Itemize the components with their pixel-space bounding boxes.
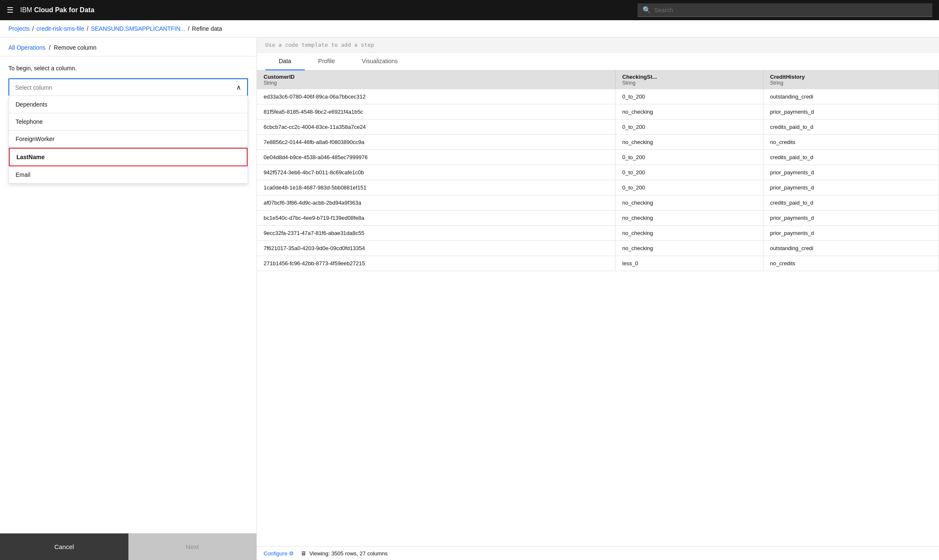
breadcrumb-dataset[interactable]: SEANSUND.SMSAPPLICANTFIN... bbox=[91, 25, 185, 32]
table-row: bc1e540c-d7bc-4ee9-b719-f139ed08fe8ano_c… bbox=[257, 211, 939, 226]
select-placeholder: Select column bbox=[15, 84, 52, 91]
search-icon: 🔍 bbox=[643, 6, 651, 14]
breadcrumb-sep-2: / bbox=[87, 25, 88, 32]
col-header-customerid: CustomerID String bbox=[257, 70, 615, 89]
table-row: 1ca0de48-1e18-4687-983d-5bb0881ef1510_to… bbox=[257, 180, 939, 195]
table-row: ed33a3c6-0780-406f-89ca-06a7bbcec3120_to… bbox=[257, 89, 939, 104]
search-input[interactable] bbox=[654, 7, 927, 13]
monitor-icon: 🖥 bbox=[301, 550, 307, 557]
tab-data[interactable]: Data bbox=[265, 53, 305, 70]
dropdown-item-dependents[interactable]: Dependents bbox=[9, 96, 248, 113]
column-select[interactable]: Select column ∧ bbox=[9, 79, 247, 96]
op-separator: / bbox=[49, 44, 51, 51]
data-table-wrapper: CustomerID String CheckingSt... String C… bbox=[257, 70, 939, 546]
dropdown-item-email[interactable]: Email bbox=[9, 166, 248, 183]
tab-visualizations[interactable]: Visualizations bbox=[348, 53, 411, 70]
breadcrumb-current: Refine data bbox=[192, 25, 222, 32]
tab-profile[interactable]: Profile bbox=[305, 53, 349, 70]
dropdown-item-foreignworker[interactable]: ForeignWorker bbox=[9, 131, 248, 148]
table-row: 942f5724-3eb6-4bc7-b011-8c69cafe1c0b0_to… bbox=[257, 165, 939, 180]
breadcrumb: Projects / credit-risk-sms-file / SEANSU… bbox=[0, 20, 939, 37]
code-template-bar: Use a code template to add a step bbox=[257, 37, 939, 53]
configure-link[interactable]: Configure ⚙ bbox=[264, 550, 294, 557]
chevron-up-icon: ∧ bbox=[236, 83, 241, 91]
breadcrumb-projects[interactable]: Projects bbox=[8, 25, 30, 32]
table-row: 7f621017-35a0-4203-9d0e-09cd0fd13354no_c… bbox=[257, 241, 939, 256]
col-header-credithistory: CreditHistory String bbox=[763, 70, 939, 89]
search-bar[interactable]: 🔍 bbox=[638, 3, 932, 17]
dropdown-item-lastname[interactable]: LastName bbox=[9, 148, 248, 166]
top-navigation: ☰ IBM Cloud Pak for Data 🔍 bbox=[0, 0, 939, 20]
dropdown-item-telephone[interactable]: Telephone bbox=[9, 113, 248, 131]
operation-title: Remove column bbox=[54, 44, 96, 51]
table-row: 6cbcb7ac-cc2c-4004-83ce-11a358a7ce240_to… bbox=[257, 120, 939, 135]
breadcrumb-sep-3: / bbox=[188, 25, 189, 32]
table-row: 81f5fea5-8185-4548-9bc2-e6921f4a1b5cno_c… bbox=[257, 104, 939, 120]
next-button: Next bbox=[128, 533, 257, 560]
col-header-checkingst: CheckingSt... String bbox=[615, 70, 763, 89]
panel-footer: Cancel Next bbox=[0, 533, 256, 560]
cancel-button[interactable]: Cancel bbox=[0, 533, 128, 560]
operation-header: All Operations / Remove column bbox=[0, 37, 256, 56]
table-row: 7e8856c2-0144-46fb-a8a6-f0803890cc9ano_c… bbox=[257, 135, 939, 150]
data-tabs: Data Profile Visualizations bbox=[257, 53, 939, 70]
viewing-info: 🖥 Viewing: 3505 rows, 27 columns bbox=[301, 550, 387, 557]
brand-title: IBM Cloud Pak for Data bbox=[20, 6, 94, 14]
column-select-wrapper: Select column ∧ Dependents Telephone For… bbox=[8, 78, 248, 96]
instruction-text: To begin, select a column. bbox=[8, 65, 248, 72]
left-panel: All Operations / Remove column To begin,… bbox=[0, 37, 257, 560]
table-row: 0e04d8d4-b9ce-4538-a046-485ec79999760_to… bbox=[257, 150, 939, 165]
data-table: CustomerID String CheckingSt... String C… bbox=[257, 70, 939, 271]
right-panel: Use a code template to add a step Data P… bbox=[257, 37, 939, 560]
all-operations-link[interactable]: All Operations bbox=[8, 44, 45, 51]
main-layout: All Operations / Remove column To begin,… bbox=[0, 37, 939, 560]
breadcrumb-project[interactable]: credit-risk-sms-file bbox=[36, 25, 84, 32]
table-footer: Configure ⚙ 🖥 Viewing: 3505 rows, 27 col… bbox=[257, 546, 939, 560]
menu-icon[interactable]: ☰ bbox=[7, 5, 13, 15]
settings-icon: ⚙ bbox=[289, 550, 294, 557]
left-panel-body: To begin, select a column. Select column… bbox=[0, 56, 256, 533]
table-row: 271b1456-fc96-42bb-8773-4f59eeb27215less… bbox=[257, 256, 939, 271]
table-row: 9ecc32fa-2371-47a7-81f6-abae31da8c55no_c… bbox=[257, 226, 939, 241]
table-row: af07bcf6-3f86-4d9c-acbb-2bd94a9f363ano_c… bbox=[257, 195, 939, 211]
breadcrumb-sep-1: / bbox=[32, 25, 34, 32]
dropdown-list: Dependents Telephone ForeignWorker LastN… bbox=[8, 96, 248, 184]
